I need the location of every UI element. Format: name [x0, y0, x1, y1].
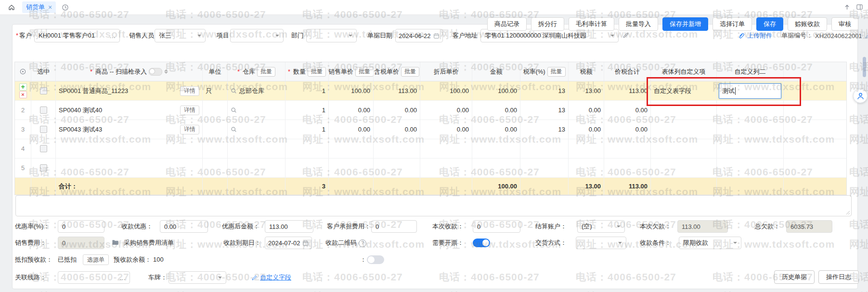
customer-address-select[interactable]: 零售01 1200000000 深圳南山科技园	[480, 29, 619, 42]
home-icon[interactable]	[8, 3, 15, 13]
taxprice-batch-button[interactable]: 批量	[401, 67, 419, 77]
payment-input[interactable]: 0	[473, 220, 520, 233]
warehouse-cell[interactable]: 总部仓库	[228, 81, 285, 100]
department-select[interactable]	[306, 29, 357, 42]
history-clock-icon[interactable]	[62, 4, 69, 13]
detail-button[interactable]: 详情	[180, 86, 199, 96]
select-order-button[interactable]: 选择订单	[713, 17, 752, 31]
scan-mode-toggle[interactable]	[149, 68, 162, 76]
vertical-scrollbar[interactable]	[863, 57, 866, 77]
select-source-button[interactable]: 选源单	[83, 254, 109, 265]
credit-receipt-button[interactable]: 赊账收款	[788, 17, 827, 31]
sort-icon[interactable]	[164, 69, 168, 74]
unit-cell[interactable]: 只	[203, 81, 228, 100]
picker-ellipsis-icon[interactable]: …	[119, 274, 126, 281]
product-cell[interactable]	[56, 159, 203, 177]
gross-margin-button[interactable]: 毛利率计算	[569, 17, 614, 31]
unit-cell[interactable]	[203, 120, 228, 139]
batch-import-button[interactable]: 批量导入	[619, 17, 658, 31]
price-cell[interactable]: 100.00	[329, 81, 374, 100]
due-date-field[interactable]: 2024-07-02	[265, 237, 312, 249]
total-cell[interactable]: 0.00	[604, 101, 651, 119]
invoice-toggle[interactable]	[473, 239, 490, 247]
custom2-cell[interactable]	[717, 120, 784, 139]
row-checkbox[interactable]	[40, 126, 47, 133]
custom1-cell[interactable]	[651, 120, 717, 139]
taxrate-cell[interactable]: 13	[520, 120, 569, 139]
taxrate-cell[interactable]: 13	[520, 81, 569, 100]
qty-cell[interactable]: 1	[285, 120, 329, 139]
tax-cell[interactable]: 0.00	[569, 101, 604, 119]
table-row[interactable]: SP0001 普通商品_11223 详情 只 总部仓库 1 100.00 113…	[15, 81, 846, 101]
account-select[interactable]: (空)	[577, 220, 625, 233]
collapse-up-icon[interactable]	[843, 3, 851, 12]
remarks-textarea[interactable]	[15, 195, 852, 216]
layout-panel-icon[interactable]	[856, 3, 863, 12]
custom2-input[interactable]: 测试	[719, 83, 781, 99]
detail-button[interactable]: 详情	[180, 106, 199, 115]
fee-list-link[interactable]: 采购销售费用清单	[124, 237, 174, 249]
warehouse-cell[interactable]	[228, 101, 285, 119]
discount-rate-input[interactable]: 0	[58, 220, 104, 233]
plate-select[interactable]	[168, 271, 226, 284]
row-checkbox[interactable]	[40, 106, 47, 114]
amount-cell[interactable]: 0.00	[472, 120, 520, 139]
custom-field-link[interactable]: 自定义字段	[251, 271, 291, 284]
table-row[interactable]: 4	[15, 139, 846, 159]
tax-cell[interactable]: 0.00	[569, 120, 604, 139]
discprice-cell[interactable]: 100.00	[420, 81, 472, 100]
audit-button[interactable]: 审核	[831, 17, 858, 31]
total-cell[interactable]: 0.00	[604, 120, 651, 139]
price-cell[interactable]: 0.00	[329, 101, 374, 119]
project-select[interactable]	[230, 29, 284, 42]
price-cell[interactable]: 0.00	[329, 120, 374, 139]
product-cell[interactable]	[56, 139, 203, 158]
picker-ellipsis-icon[interactable]: …	[109, 32, 116, 40]
product-records-button[interactable]: 商品记录	[487, 17, 527, 31]
total-cell[interactable]: 113.00	[604, 81, 651, 100]
warehouse-batch-button[interactable]: 批量	[257, 67, 275, 77]
taxprice-cell[interactable]: 0.00	[374, 120, 420, 139]
discount-input[interactable]: 0.00	[160, 220, 208, 233]
tab-close-icon[interactable]: ×	[48, 4, 52, 11]
tab-sales-order[interactable]: 销货单 ×	[22, 1, 56, 13]
amount-cell[interactable]: 100.00	[472, 81, 520, 100]
save-and-new-button[interactable]: 保存并新增	[662, 17, 708, 31]
warehouse-cell[interactable]	[228, 120, 285, 139]
amount-cell[interactable]: 0.00	[472, 101, 520, 119]
doc-number-edit-pencil-icon[interactable]	[865, 33, 868, 39]
custom1-cell[interactable]	[651, 101, 717, 119]
table-row[interactable]: 3 SP0043 测试43 详情 1 0.00 0.00 0.00 0.00 1…	[15, 120, 846, 139]
column-settings-cell[interactable]	[15, 62, 31, 81]
save-button[interactable]: 保存	[756, 17, 783, 31]
terms-select[interactable]: 限期收款	[679, 237, 741, 249]
table-row[interactable]: 2 SP0040 测试40 详情 1 0.00 0.00 0.00 0.00 1…	[15, 101, 846, 120]
split-row-button[interactable]: 拆分行	[531, 17, 564, 31]
taxrate-cell[interactable]: 13	[520, 101, 569, 119]
assistant-widget[interactable]	[853, 89, 868, 103]
folder-icon[interactable]	[112, 239, 119, 247]
operation-log-button[interactable]: 操作日志	[818, 270, 859, 284]
custom2-cell[interactable]	[717, 101, 784, 119]
salesperson-select[interactable]: 张三	[155, 29, 206, 42]
detail-button[interactable]: 详情	[180, 125, 199, 134]
taxrate-batch-button[interactable]: 批量	[547, 67, 566, 77]
taxprice-cell[interactable]: 113.00	[374, 81, 420, 100]
row-checkbox[interactable]	[40, 164, 47, 172]
unit-cell[interactable]	[203, 101, 228, 119]
delete-row-icon[interactable]	[19, 91, 27, 98]
taxprice-cell[interactable]: 0.00	[374, 101, 420, 119]
qty-batch-button[interactable]: 批量	[308, 67, 326, 77]
qr-toggle[interactable]	[367, 255, 384, 264]
delivery-select[interactable]	[576, 237, 626, 249]
add-row-icon[interactable]	[19, 83, 27, 91]
customer-field[interactable]: KH0001 零售客户01 …	[34, 29, 120, 42]
address-edit-pencil-icon[interactable]	[622, 32, 629, 40]
after-discount-input[interactable]: 113.00	[265, 220, 313, 233]
discprice-cell[interactable]: 0.00	[420, 101, 472, 119]
doc-date-field[interactable]: 2024-06-22	[395, 29, 443, 42]
upload-attachment-link[interactable]: 上传附件	[747, 31, 772, 40]
resize-handle[interactable]	[845, 210, 850, 215]
custom1-cell[interactable]: 自定义表字段	[651, 81, 717, 100]
qty-cell[interactable]: 1	[285, 101, 329, 119]
